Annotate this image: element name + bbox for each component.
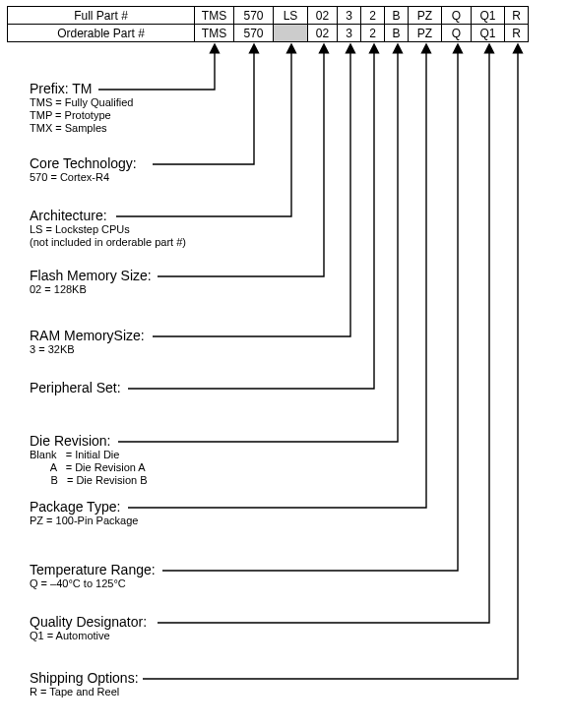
section-ram: RAM MemorySize: 3 = 32KB	[30, 328, 145, 356]
ram-title: RAM MemorySize:	[30, 328, 145, 343]
cell-full-tms: TMS	[195, 7, 234, 25]
flash-detail-1: 02 = 128KB	[30, 283, 152, 296]
prefix-detail-2: TMP = Prototype	[30, 109, 133, 122]
cell-full-570: 570	[234, 7, 274, 25]
section-quality: Quality Designator: Q1 = Automotive	[30, 614, 147, 642]
section-temperature: Temperature Range: Q = –40°C to 125°C	[30, 562, 156, 590]
cell-full-r: R	[505, 7, 529, 25]
arch-detail-2: (not included in orderable part #)	[30, 236, 186, 249]
die-detail-2: A = Die Revision A	[30, 461, 148, 474]
cell-ord-02: 02	[308, 25, 338, 42]
ram-detail-1: 3 = 32KB	[30, 343, 145, 356]
section-package: Package Type: PZ = 100-Pin Package	[30, 499, 138, 527]
row-full-part: Full Part # TMS 570 LS 02 3 2 B PZ Q Q1 …	[8, 7, 529, 25]
cell-full-b: B	[385, 7, 409, 25]
full-part-label: Full Part #	[8, 7, 195, 25]
section-prefix: Prefix: TM TMS = Fully Qualified TMP = P…	[30, 81, 133, 135]
section-flash: Flash Memory Size: 02 = 128KB	[30, 268, 152, 296]
cell-full-q: Q	[442, 7, 472, 25]
pkg-title: Package Type:	[30, 499, 138, 515]
arch-detail-1: LS = Lockstep CPUs	[30, 223, 186, 236]
section-die: Die Revision: Blank = Initial Die A = Di…	[30, 433, 148, 487]
row-orderable-part: Orderable Part # TMS 570 02 3 2 B PZ Q Q…	[8, 25, 529, 42]
cell-ord-tms: TMS	[195, 25, 234, 42]
qual-detail-1: Q1 = Automotive	[30, 630, 147, 642]
cell-ord-3: 3	[338, 25, 361, 42]
cell-ord-b: B	[385, 25, 409, 42]
cell-full-pz: PZ	[409, 7, 442, 25]
cell-ord-ls	[274, 25, 308, 42]
core-detail-1: 570 = Cortex-R4	[30, 171, 137, 184]
arch-title: Architecture:	[30, 208, 186, 223]
section-shipping: Shipping Options: R = Tape and Reel	[30, 670, 139, 698]
flash-title: Flash Memory Size:	[30, 268, 152, 283]
section-architecture: Architecture: LS = Lockstep CPUs (not in…	[30, 208, 186, 249]
cell-ord-pz: PZ	[409, 25, 442, 42]
temp-detail-1: Q = –40°C to 125°C	[30, 577, 156, 590]
periph-title: Peripheral Set:	[30, 380, 121, 395]
section-peripheral: Peripheral Set:	[30, 380, 121, 395]
cell-ord-570: 570	[234, 25, 274, 42]
section-core: Core Technology: 570 = Cortex-R4	[30, 155, 137, 184]
cell-full-3: 3	[338, 7, 361, 25]
cell-full-2: 2	[361, 7, 385, 25]
part-number-table: Full Part # TMS 570 LS 02 3 2 B PZ Q Q1 …	[7, 6, 529, 42]
qual-title: Quality Designator:	[30, 614, 147, 630]
cell-ord-q1: Q1	[472, 25, 505, 42]
die-detail-1: Blank = Initial Die	[30, 449, 148, 461]
temp-title: Temperature Range:	[30, 562, 156, 577]
cell-ord-2: 2	[361, 25, 385, 42]
cell-ord-q: Q	[442, 25, 472, 42]
cell-ord-r: R	[505, 25, 529, 42]
prefix-detail-1: TMS = Fully Qualified	[30, 96, 133, 109]
cell-full-ls: LS	[274, 7, 308, 25]
orderable-part-label: Orderable Part #	[8, 25, 195, 42]
ship-detail-1: R = Tape and Reel	[30, 686, 139, 698]
cell-full-q1: Q1	[472, 7, 505, 25]
pkg-detail-1: PZ = 100-Pin Package	[30, 515, 138, 527]
ship-title: Shipping Options:	[30, 670, 139, 686]
die-detail-3: B = Die Revision B	[30, 474, 148, 487]
core-title: Core Technology:	[30, 155, 137, 171]
die-title: Die Revision:	[30, 433, 148, 449]
prefix-detail-3: TMX = Samples	[30, 122, 133, 135]
cell-full-02: 02	[308, 7, 338, 25]
prefix-title: Prefix: TM	[30, 81, 133, 96]
